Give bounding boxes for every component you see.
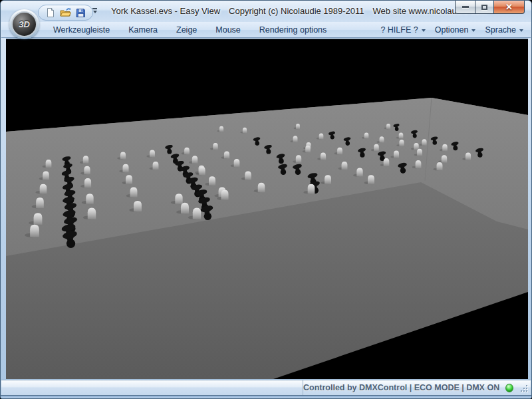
menu-item-rendering-options[interactable]: Rendering options: [250, 23, 336, 37]
app-orb-button[interactable]: 3D: [11, 11, 37, 37]
quick-access-toolbar: [38, 5, 93, 21]
menu-item-zeige[interactable]: Zeige: [167, 23, 206, 37]
minimize-icon: [462, 6, 469, 8]
status-bar: Controlled by DMXControl | ECO MODE | DM…: [1, 380, 531, 395]
status-panel: Controlled by DMXControl | ECO MODE | DM…: [303, 380, 531, 395]
open-folder-icon: [60, 7, 71, 18]
menu-left-group: WerkzeugleisteKameraZeigeMouseRendering …: [44, 23, 336, 37]
minimize-button[interactable]: [455, 1, 475, 14]
qat-customize-button[interactable]: [92, 8, 97, 13]
maximize-icon: [481, 5, 487, 10]
dropdown-caret-icon: [422, 29, 426, 32]
menu-item-optionen[interactable]: Optionen: [430, 23, 481, 37]
dropdown-caret-icon: [519, 29, 523, 32]
menu-item-hilfe[interactable]: ? HILFE ?: [376, 23, 430, 37]
easy-view-window: York Kassel.evs - Easy View Copyright (c…: [0, 0, 532, 399]
window-title: York Kassel.evs - Easy View Copyright (c…: [111, 1, 487, 21]
open-file-button[interactable]: [60, 7, 71, 19]
window-controls: ✕: [455, 1, 525, 14]
title-copyright: Copyright (c) Nicolaudie 1989-2011: [229, 6, 364, 16]
dropdown-caret-icon: [471, 29, 475, 32]
app-orb-ring: 3D: [9, 9, 39, 39]
maximize-button[interactable]: [475, 1, 494, 14]
status-text: Controlled by DMXControl | ECO MODE | DM…: [303, 383, 499, 392]
menu-right-group: ? HILFE ?OptionenSprache: [376, 23, 531, 37]
save-floppy-icon: [76, 8, 86, 18]
dmx-status-led-icon: [505, 384, 513, 392]
menu-item-sprache[interactable]: Sprache: [480, 23, 528, 37]
title-filename: York Kassel.evs - Easy View: [111, 6, 220, 16]
stage-3d-scene: [6, 39, 528, 379]
stage-3d-viewport[interactable]: [6, 39, 528, 379]
qat-customize-icon: [92, 8, 97, 9]
close-icon: ✕: [505, 3, 513, 11]
save-button[interactable]: [75, 7, 86, 19]
menu-item-kamera[interactable]: Kamera: [119, 23, 167, 37]
new-document-icon: [45, 7, 56, 18]
menu-item-werkzeugleiste[interactable]: Werkzeugleiste: [44, 23, 119, 37]
new-document-button[interactable]: [45, 7, 56, 19]
menu-item-mouse[interactable]: Mouse: [206, 23, 250, 37]
close-button[interactable]: ✕: [494, 1, 525, 14]
window-bottom-edge: [1, 395, 531, 398]
menu-bar: WerkzeugleisteKameraZeigeMouseRendering …: [1, 22, 531, 38]
resize-grip[interactable]: [519, 384, 527, 392]
